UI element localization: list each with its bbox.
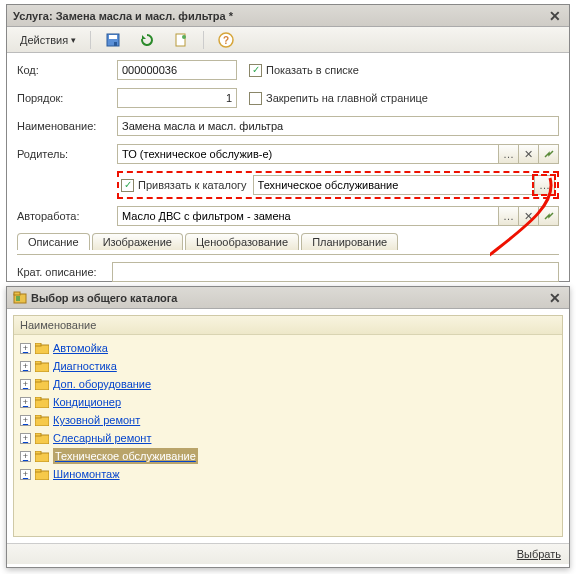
- svg-text:?: ?: [223, 35, 229, 46]
- actions-label: Действия: [20, 34, 68, 46]
- tree-item-label: Слесарный ремонт: [53, 430, 151, 446]
- folder-icon: [35, 451, 49, 462]
- expand-icon[interactable]: +: [20, 343, 31, 354]
- folder-icon: [35, 397, 49, 408]
- tree-item[interactable]: +Доп. оборудование: [18, 375, 558, 393]
- chevron-down-icon: ▾: [71, 35, 76, 45]
- refresh-icon: [139, 32, 155, 48]
- open-icon[interactable]: [538, 207, 558, 225]
- popup-bottombar: Выбрать: [7, 543, 569, 564]
- save-icon: [105, 32, 121, 48]
- svg-rect-13: [35, 361, 41, 364]
- show-in-list-label: Показать в списке: [266, 64, 359, 76]
- svg-rect-19: [35, 415, 41, 418]
- toolbar-btn-2[interactable]: [132, 29, 162, 51]
- order-field[interactable]: [117, 88, 237, 108]
- expand-icon[interactable]: +: [20, 469, 31, 480]
- tree-item[interactable]: +Диагностика: [18, 357, 558, 375]
- parent-field[interactable]: [118, 145, 498, 163]
- tree-item[interactable]: +Шиномонтаж: [18, 465, 558, 483]
- bind-catalog-label: Привязать к каталогу: [138, 179, 247, 191]
- short-desc-field[interactable]: [112, 262, 559, 282]
- actions-menu[interactable]: Действия ▾: [13, 31, 83, 49]
- name-field[interactable]: [117, 116, 559, 136]
- toolbar-btn-1[interactable]: [98, 29, 128, 51]
- folder-icon: [35, 433, 49, 444]
- titlebar: Услуга: Замена масла и масл. фильтра * ✕: [7, 5, 569, 27]
- svg-rect-8: [14, 292, 20, 295]
- label-order: Порядок:: [17, 92, 117, 104]
- svg-rect-9: [16, 296, 20, 301]
- toolbar-btn-3[interactable]: [166, 29, 196, 51]
- tree-item[interactable]: +Кондиционер: [18, 393, 558, 411]
- clear-icon[interactable]: ✕: [518, 145, 538, 163]
- svg-rect-2: [114, 42, 117, 46]
- autowork-ref: … ✕: [117, 206, 559, 226]
- form-area: Код: ✓ Показать в списке Порядок: Закреп…: [7, 53, 569, 297]
- tree-item-label: Диагностика: [53, 358, 117, 374]
- svg-point-4: [182, 35, 186, 39]
- svg-rect-1: [109, 35, 117, 39]
- folder-icon: [35, 361, 49, 372]
- catalog-list: Наименование +Автомойка+Диагностика+Доп.…: [13, 315, 563, 537]
- toolbar: Действия ▾ ?: [7, 27, 569, 53]
- close-icon[interactable]: ✕: [547, 290, 563, 306]
- tree-item[interactable]: +Техническое обслуживание: [18, 447, 558, 465]
- choose-button[interactable]: Выбрать: [517, 548, 561, 560]
- bind-catalog-ref: …: [253, 175, 555, 195]
- bind-catalog-row: ✓ Привязать к каталогу …: [117, 171, 559, 199]
- expand-icon[interactable]: +: [20, 451, 31, 462]
- toolbar-help[interactable]: ?: [211, 29, 241, 51]
- tab-image[interactable]: Изображение: [92, 233, 183, 250]
- show-in-list-check[interactable]: ✓ Показать в списке: [249, 64, 359, 77]
- expand-icon[interactable]: +: [20, 433, 31, 444]
- tree-item[interactable]: +Слесарный ремонт: [18, 429, 558, 447]
- svg-rect-25: [35, 469, 41, 472]
- open-icon[interactable]: [538, 145, 558, 163]
- tree-item[interactable]: +Кузовной ремонт: [18, 411, 558, 429]
- label-name: Наименование:: [17, 120, 117, 132]
- pin-main-check[interactable]: Закрепить на главной странице: [249, 92, 428, 105]
- column-header[interactable]: Наименование: [14, 316, 562, 335]
- close-icon[interactable]: ✕: [547, 8, 563, 24]
- tree-item-label: Кузовной ремонт: [53, 412, 140, 428]
- label-code: Код:: [17, 64, 117, 76]
- ellipsis-icon[interactable]: …: [498, 145, 518, 163]
- checkbox-icon: ✓: [249, 64, 262, 77]
- tab-description[interactable]: Описание: [17, 233, 90, 250]
- popup-title: Выбор из общего каталога: [31, 292, 177, 304]
- tab-pricing[interactable]: Ценообразование: [185, 233, 299, 250]
- app-icon: [13, 291, 27, 305]
- svg-rect-11: [35, 343, 41, 346]
- checkbox-icon: [249, 92, 262, 105]
- autowork-field[interactable]: [118, 207, 498, 225]
- label-short-desc: Крат. описание:: [17, 266, 112, 278]
- catalog-tree[interactable]: +Автомойка+Диагностика+Доп. оборудование…: [14, 335, 562, 536]
- tree-item-label: Автомойка: [53, 340, 108, 356]
- checkbox-icon: ✓: [121, 179, 134, 192]
- folder-icon: [35, 415, 49, 426]
- doc-icon: [173, 32, 189, 48]
- expand-icon[interactable]: +: [20, 397, 31, 408]
- code-field[interactable]: [117, 60, 237, 80]
- tree-item-label: Кондиционер: [53, 394, 121, 410]
- window-title: Услуга: Замена масла и масл. фильтра *: [13, 10, 233, 22]
- tree-item[interactable]: +Автомойка: [18, 339, 558, 357]
- label-parent: Родитель:: [17, 148, 117, 160]
- svg-rect-15: [35, 379, 41, 382]
- expand-icon[interactable]: +: [20, 361, 31, 372]
- bind-catalog-field[interactable]: [254, 176, 534, 194]
- pin-main-label: Закрепить на главной странице: [266, 92, 428, 104]
- clear-icon[interactable]: ✕: [518, 207, 538, 225]
- separator: [203, 31, 204, 49]
- folder-icon: [35, 379, 49, 390]
- bind-catalog-check[interactable]: ✓ Привязать к каталогу: [121, 179, 247, 192]
- expand-icon[interactable]: +: [20, 379, 31, 390]
- folder-icon: [35, 469, 49, 480]
- tree-item-label: Шиномонтаж: [53, 466, 120, 482]
- tab-planning[interactable]: Планирование: [301, 233, 398, 250]
- catalog-picker-window: Выбор из общего каталога ✕ Наименование …: [6, 286, 570, 568]
- ellipsis-icon[interactable]: …: [534, 176, 554, 194]
- ellipsis-icon[interactable]: …: [498, 207, 518, 225]
- expand-icon[interactable]: +: [20, 415, 31, 426]
